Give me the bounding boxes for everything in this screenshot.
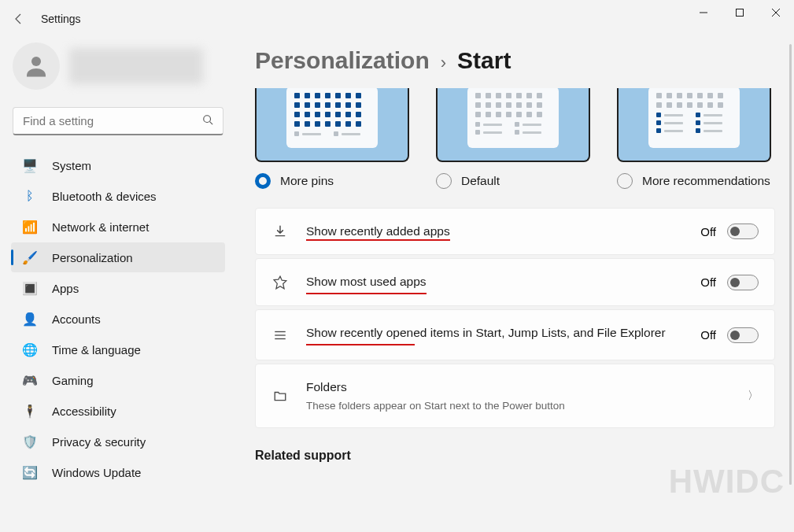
watermark: HWIDC <box>669 463 785 501</box>
accessibility-icon: 🕴️ <box>22 403 38 419</box>
close-button[interactable] <box>758 0 794 25</box>
nav-label: Accounts <box>52 312 101 326</box>
scrollbar[interactable] <box>789 44 792 485</box>
back-icon[interactable] <box>11 11 27 27</box>
setting-recently-opened[interactable]: Show recently opened items in Start, Jum… <box>255 309 775 360</box>
chevron-right-icon: 〉 <box>748 389 759 403</box>
search-input[interactable] <box>23 114 202 127</box>
nav-system[interactable]: 🖥️System <box>11 150 225 180</box>
radio-label: Default <box>461 174 500 188</box>
related-support-heading: Related support <box>255 449 775 463</box>
underline-annotation <box>306 344 415 345</box>
setting-recently-added[interactable]: Show recently added apps Off <box>255 208 775 255</box>
nav-label: Network & internet <box>52 220 149 234</box>
toggle-state: Off <box>700 225 716 238</box>
svg-point-5 <box>204 115 211 122</box>
radio-more-recs[interactable] <box>617 173 633 189</box>
radio-label: More pins <box>280 174 334 188</box>
profile-block[interactable] <box>8 38 228 94</box>
nav-update[interactable]: 🔄Windows Update <box>11 457 225 487</box>
breadcrumb-sep: › <box>441 53 446 73</box>
nav-label: System <box>52 159 91 172</box>
search-box[interactable] <box>13 107 223 135</box>
nav-label: Bluetooth & devices <box>52 190 157 203</box>
apps-icon: 🔳 <box>22 280 38 296</box>
start-preview-default <box>436 88 590 162</box>
maximize-button[interactable] <box>722 0 758 25</box>
nav-label: Time & language <box>52 343 141 357</box>
minimize-button[interactable] <box>685 0 722 25</box>
setting-sublabel: These folders appear on Start next to th… <box>306 398 730 414</box>
download-icon <box>271 224 289 238</box>
toggle-state: Off <box>700 328 716 342</box>
start-preview-more-recs <box>617 88 771 162</box>
search-icon <box>202 114 213 128</box>
star-icon <box>271 275 289 290</box>
app-title: Settings <box>41 13 81 25</box>
gamepad-icon: 🎮 <box>22 372 38 388</box>
nav-accounts[interactable]: 👤Accounts <box>11 304 225 334</box>
folder-icon <box>271 389 289 403</box>
toggle-state: Off <box>700 275 716 289</box>
setting-most-used[interactable]: Show most used apps Off <box>255 258 775 305</box>
paintbrush-icon: 🖌️ <box>22 249 38 265</box>
setting-label: Folders <box>306 379 730 396</box>
nav-label: Apps <box>52 282 79 295</box>
setting-label: Show recently opened items in Start, Jum… <box>306 326 666 339</box>
list-icon <box>271 328 289 342</box>
bluetooth-icon: ᛒ <box>22 188 38 204</box>
person-icon: 👤 <box>22 311 38 327</box>
setting-folders[interactable]: Folders These folders appear on Start ne… <box>255 364 775 428</box>
svg-rect-1 <box>737 9 744 17</box>
update-icon: 🔄 <box>22 464 38 480</box>
shield-icon: 🛡️ <box>22 434 38 449</box>
radio-more-pins[interactable] <box>255 173 271 189</box>
radio-label: More recommendations <box>642 174 770 188</box>
breadcrumb-parent[interactable]: Personalization <box>255 47 430 74</box>
layout-option-more-recs[interactable]: More recommendations <box>617 88 771 189</box>
monitor-icon: 🖥️ <box>22 157 38 173</box>
layout-option-more-pins[interactable]: More pins <box>255 88 409 189</box>
toggle-recently-opened[interactable] <box>727 327 759 343</box>
nav-accessibility[interactable]: 🕴️Accessibility <box>11 396 225 426</box>
avatar <box>13 42 60 90</box>
nav-time[interactable]: 🌐Time & language <box>11 334 225 364</box>
nav-personalization[interactable]: 🖌️Personalization <box>11 242 225 272</box>
nav-label: Privacy & security <box>52 435 146 449</box>
nav-privacy[interactable]: 🛡️Privacy & security <box>11 427 225 456</box>
profile-name-blurred <box>69 48 203 84</box>
svg-line-6 <box>210 121 213 124</box>
nav-network[interactable]: 📶Network & internet <box>11 212 225 242</box>
svg-point-4 <box>31 57 41 66</box>
nav-apps[interactable]: 🔳Apps <box>11 273 225 303</box>
nav-bluetooth[interactable]: ᛒBluetooth & devices <box>11 181 225 211</box>
nav-label: Accessibility <box>52 405 116 418</box>
toggle-recently-added[interactable] <box>727 224 759 239</box>
globe-icon: 🌐 <box>22 342 38 357</box>
toggle-most-used[interactable] <box>727 275 759 290</box>
setting-label: Show most used apps <box>306 275 427 288</box>
nav-label: Gaming <box>52 374 94 387</box>
breadcrumb-current: Start <box>457 47 511 74</box>
breadcrumb: Personalization › Start <box>255 47 775 74</box>
nav-label: Personalization <box>52 251 133 264</box>
wifi-icon: 📶 <box>22 219 38 235</box>
nav-gaming[interactable]: 🎮Gaming <box>11 365 225 395</box>
nav-label: Windows Update <box>52 466 141 479</box>
radio-default[interactable] <box>436 173 452 189</box>
start-preview-more-pins <box>255 88 409 162</box>
setting-label: Show recently added apps <box>306 224 450 238</box>
layout-option-default[interactable]: Default <box>436 88 590 189</box>
